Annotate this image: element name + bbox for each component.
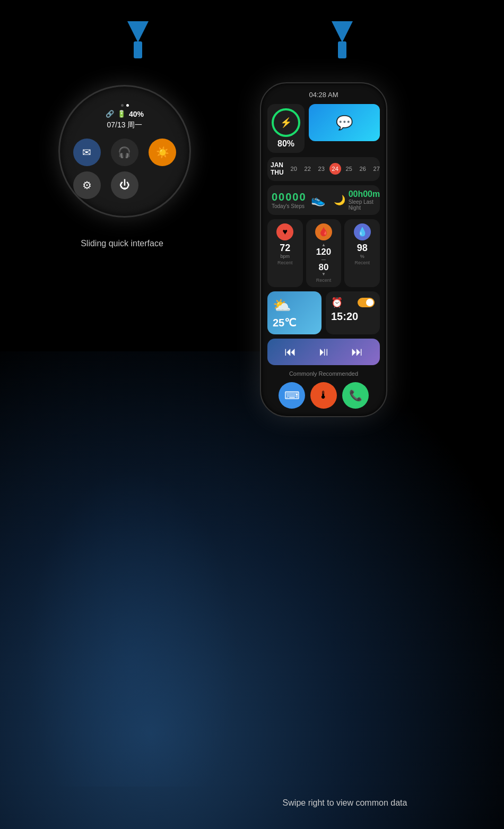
cal-date-24: 24 bbox=[329, 163, 341, 175]
bp-systolic: 120 bbox=[316, 247, 331, 256]
weather-widget[interactable]: ⛅ 25℃ bbox=[267, 291, 321, 334]
watch-dots bbox=[71, 104, 179, 107]
watch-settings-icon[interactable]: ⚙ bbox=[73, 171, 101, 199]
health-metrics: ♥ 72 bpm Recent 🩸 ▲ 120 ─ 80 ▼ Recent 💧 bbox=[267, 219, 380, 287]
bottom-caption: Swipe right to view common data bbox=[212, 798, 477, 808]
cal-date-27: 27 bbox=[371, 163, 383, 175]
svg-marker-0 bbox=[127, 21, 149, 42]
bp-arrow-down: ▼ bbox=[321, 272, 326, 277]
weather-icon: ⛅ bbox=[273, 297, 291, 314]
health-app-icon[interactable]: 🌡 bbox=[310, 382, 337, 409]
round-watch: 🔗 🔋 40% 07/13 周一 ✉ 🎧 ☀️ ⚙ ⏻ bbox=[58, 85, 191, 218]
cal-date-25: 25 bbox=[343, 163, 355, 175]
bp-divider: ─ bbox=[321, 256, 326, 263]
charging-widget[interactable]: ⚡ 80% bbox=[267, 104, 305, 153]
charging-percent: 80% bbox=[277, 139, 294, 149]
band-top-row: ⚡ 80% 💬 bbox=[267, 104, 380, 153]
svg-rect-1 bbox=[134, 41, 142, 58]
heart-rate-label: Recent bbox=[277, 260, 293, 265]
sleep-right: 🌙 00h00m Sleep Last Night bbox=[334, 189, 380, 211]
sleep-value: 00h00m bbox=[349, 189, 380, 199]
spo2-icon: 💧 bbox=[354, 223, 371, 240]
bp-values: ▲ 120 ─ 80 ▼ bbox=[316, 243, 331, 277]
heart-rate-unit: bpm bbox=[281, 254, 290, 259]
steps-sleep-widget[interactable]: 00000 Today's Steps 👟 🌙 00h00m Sleep Las… bbox=[267, 185, 380, 215]
music-next-button[interactable]: ⏭ bbox=[351, 345, 363, 359]
cal-date-23: 23 bbox=[316, 163, 327, 175]
band-device: 04:28 AM ⚡ 80% 💬 JAN THU 20 bbox=[260, 82, 387, 417]
bp-widget[interactable]: 🩸 ▲ 120 ─ 80 ▼ Recent bbox=[306, 219, 342, 287]
charging-bolt-icon: ⚡ bbox=[280, 117, 292, 128]
cal-date-20: 20 bbox=[288, 163, 300, 175]
spo2-value: 98 bbox=[357, 243, 368, 254]
watch-bluetooth-icon[interactable]: 🎧 bbox=[111, 139, 138, 166]
alarm-icon: ⏰ bbox=[331, 297, 343, 308]
sleep-data: 00h00m Sleep Last Night bbox=[349, 189, 380, 211]
arrow-down-right bbox=[326, 16, 358, 58]
battery-icon: 🔋 bbox=[117, 110, 126, 118]
keyboard-app-icon[interactable]: ⌨ bbox=[279, 382, 305, 409]
sleep-label: Sleep Last Night bbox=[349, 199, 380, 211]
chat-widget[interactable]: 💬 bbox=[309, 104, 380, 141]
arrow-down-left bbox=[122, 16, 154, 58]
spo2-unit: % bbox=[360, 254, 364, 259]
alarm-toggle[interactable] bbox=[358, 298, 375, 307]
watch-mail-icon[interactable]: ✉ bbox=[73, 139, 101, 166]
watch-status-bar: 🔗 🔋 40% bbox=[71, 110, 179, 118]
dot-2 bbox=[126, 104, 129, 107]
chat-icon: 💬 bbox=[336, 115, 353, 131]
phone-app-icon[interactable]: 📞 bbox=[342, 382, 369, 409]
cal-date-26: 26 bbox=[357, 163, 369, 175]
watch-brightness-icon[interactable]: ☀️ bbox=[149, 139, 176, 166]
music-widget[interactable]: ⏮ ⏯ ⏭ bbox=[267, 339, 380, 365]
bp-diastolic: 80 bbox=[319, 263, 329, 272]
app-icons-row: ⌨ 🌡 📞 bbox=[267, 382, 380, 409]
steps-label: Today's Steps bbox=[272, 203, 307, 209]
recommended-label: Commonly Recommended bbox=[267, 369, 380, 378]
band-time: 04:28 AM bbox=[267, 91, 380, 99]
music-play-button[interactable]: ⏯ bbox=[318, 345, 329, 359]
weather-temp: 25℃ bbox=[273, 316, 296, 329]
calendar-dates: 20 22 23 24 25 26 27 bbox=[288, 163, 383, 175]
watch-date: 07/13 周一 bbox=[71, 120, 179, 130]
spo2-widget[interactable]: 💧 98 % Recent bbox=[344, 219, 380, 287]
alarm-top: ⏰ bbox=[331, 297, 375, 308]
link-icon: 🔗 bbox=[106, 110, 114, 118]
steps-left: 00000 Today's Steps bbox=[272, 191, 307, 209]
music-prev-button[interactable]: ⏮ bbox=[284, 345, 296, 359]
charging-circle: ⚡ bbox=[272, 108, 300, 137]
sliding-label: Sliding quick interface bbox=[27, 239, 218, 248]
steps-icon: 👟 bbox=[311, 193, 325, 207]
spo2-label: Recent bbox=[354, 260, 370, 265]
heart-rate-value: 72 bbox=[280, 243, 290, 254]
alarm-time: 15:20 bbox=[331, 310, 375, 323]
cal-date-22: 22 bbox=[302, 163, 314, 175]
bp-icon: 🩸 bbox=[315, 223, 332, 240]
sleep-icon: 🌙 bbox=[334, 194, 345, 206]
svg-rect-3 bbox=[338, 41, 346, 58]
dot-1 bbox=[121, 104, 124, 107]
bp-label: Recent bbox=[316, 278, 332, 283]
heart-rate-widget[interactable]: ♥ 72 bpm Recent bbox=[267, 219, 303, 287]
watch-power-icon[interactable]: ⏻ bbox=[111, 171, 138, 199]
calendar-header: JAN THU 20 22 23 24 25 26 27 bbox=[271, 161, 377, 177]
battery-percent: 40% bbox=[129, 110, 144, 118]
svg-marker-2 bbox=[332, 21, 353, 42]
watch-app-grid: ✉ 🎧 ☀️ ⚙ ⏻ bbox=[71, 139, 179, 199]
calendar-month-day: JAN THU bbox=[271, 161, 284, 177]
steps-value: 00000 bbox=[272, 191, 307, 203]
alarm-widget[interactable]: ⏰ 15:20 bbox=[326, 291, 380, 334]
weather-alarm-row: ⛅ 25℃ ⏰ 15:20 bbox=[267, 291, 380, 334]
heart-rate-icon: ♥ bbox=[276, 223, 293, 240]
calendar-widget[interactable]: JAN THU 20 22 23 24 25 26 27 bbox=[267, 157, 380, 181]
